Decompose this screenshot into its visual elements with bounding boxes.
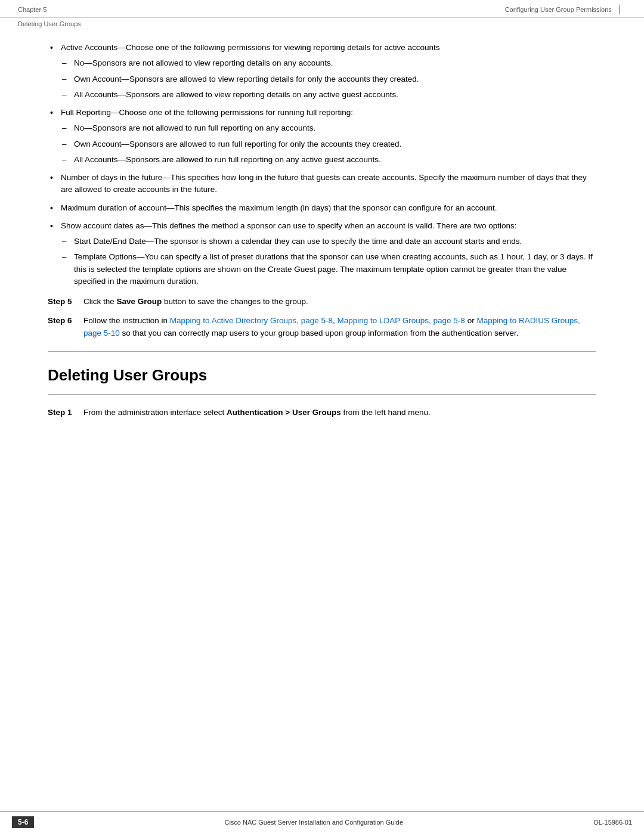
list-item-text: Full Reporting—Choose one of the followi… [61, 108, 353, 117]
list-item-text: Show account dates as—This defines the m… [61, 221, 516, 230]
step-5-content: Click the Save Group button to save the … [83, 296, 596, 308]
step-6-row: Step 6 Follow the instruction in Mapping… [48, 315, 596, 339]
main-bullet-list: Active Accounts—Choose one of the follow… [48, 42, 596, 287]
sub-bullet-list: Start Date/End Date—The sponsor is shown… [61, 236, 596, 287]
breadcrumb-text: Deleting User Groups [18, 20, 81, 27]
step-1-bold: Authentication > User Groups [227, 408, 341, 417]
sub-item-text: All Accounts—Sponsors are allowed to run… [74, 155, 381, 164]
step-5-row: Step 5 Click the Save Group button to sa… [48, 296, 596, 308]
header-separator: │ [618, 5, 623, 14]
header-chapter: Chapter 5 [18, 6, 47, 13]
sub-item-text: Own Account—Sponsors are allowed to view… [74, 75, 419, 83]
step-6-label: Step 6 [48, 315, 76, 339]
section-divider [48, 351, 596, 352]
main-content: Active Accounts—Choose one of the follow… [0, 30, 644, 438]
page-header: Chapter 5 Configuring User Group Permiss… [0, 0, 644, 18]
list-item: Own Account—Sponsors are allowed to run … [61, 138, 596, 150]
list-item: All Accounts—Sponsors are allowed to run… [61, 154, 596, 166]
sub-item-text: Own Account—Sponsors are allowed to run … [74, 140, 401, 148]
list-item-text: Active Accounts—Choose one of the follow… [61, 43, 440, 52]
step-5-bold: Save Group [117, 297, 162, 306]
list-item: Maximum duration of account—This specifi… [48, 202, 596, 214]
footer-doc-title: Cisco NAC Guest Server Installation and … [224, 819, 403, 826]
list-item: Show account dates as—This defines the m… [48, 220, 596, 287]
step-5-label: Step 5 [48, 296, 76, 308]
header-right: Configuring User Group Permissions │ [505, 5, 626, 14]
list-item-text: Maximum duration of account—This specifi… [61, 203, 497, 212]
list-item: Full Reporting—Choose one of the followi… [48, 107, 596, 166]
section-heading: Deleting User Groups [48, 366, 596, 385]
sub-item-text: Start Date/End Date—The sponsor is shown… [74, 237, 522, 246]
step-5-after: button to save the changes to the group. [162, 297, 308, 306]
step-6-content: Follow the instruction in Mapping to Act… [83, 315, 596, 339]
breadcrumb: Deleting User Groups [0, 18, 644, 30]
sub-item-text: No—Sponsors are not allowed to view repo… [74, 58, 333, 67]
list-item: All Accounts—Sponsors are allowed to vie… [61, 89, 596, 101]
list-item: No—Sponsors are not allowed to view repo… [61, 57, 596, 69]
footer-page-number: 5-6 [12, 816, 34, 828]
section-divider-2 [48, 394, 596, 395]
footer-doc-number: OL-15986-01 [593, 819, 632, 826]
sub-item-text: All Accounts—Sponsors are allowed to vie… [74, 90, 398, 99]
sub-item-text: No—Sponsors are not allowed to run full … [74, 123, 315, 132]
link-ldap-groups[interactable]: Mapping to LDAP Groups, page 5-8 [337, 316, 465, 325]
list-item: Number of days in the future—This specif… [48, 172, 596, 196]
list-item: Template Options—You can specify a list … [61, 251, 596, 287]
sub-item-text: Template Options—You can specify a list … [74, 252, 593, 286]
step-1-row: Step 1 From the administration interface… [48, 407, 596, 419]
step-1-label: Step 1 [48, 407, 76, 419]
sub-bullet-list: No—Sponsors are not allowed to run full … [61, 122, 596, 166]
list-item: No—Sponsors are not allowed to run full … [61, 122, 596, 134]
list-item: Start Date/End Date—The sponsor is shown… [61, 236, 596, 247]
step-1-content: From the administration interface select… [83, 407, 596, 419]
list-item: Active Accounts—Choose one of the follow… [48, 42, 596, 101]
sub-bullet-list: No—Sponsors are not allowed to view repo… [61, 57, 596, 101]
list-item: Own Account—Sponsors are allowed to view… [61, 73, 596, 85]
link-ad-groups[interactable]: Mapping to Active Directory Groups, page… [170, 316, 333, 325]
page-footer: 5-6 Cisco NAC Guest Server Installation … [0, 811, 644, 833]
header-title: Configuring User Group Permissions [505, 6, 612, 13]
list-item-text: Number of days in the future—This specif… [61, 173, 587, 194]
